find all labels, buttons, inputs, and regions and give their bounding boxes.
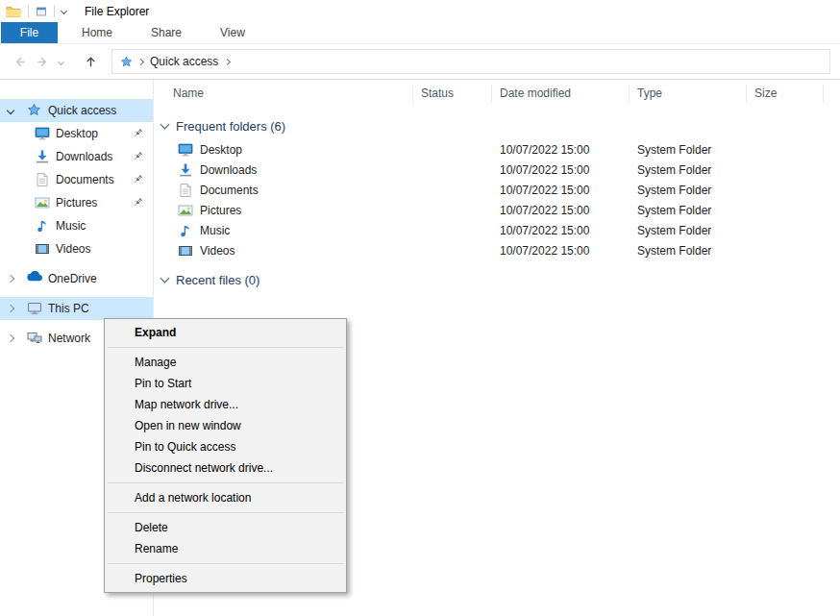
pin-icon (133, 197, 144, 209)
file-name: Downloads (200, 163, 257, 177)
videos-icon (35, 241, 50, 257)
expander-right-icon[interactable] (8, 335, 19, 341)
column-header-size[interactable]: Size (747, 85, 824, 103)
group-collapse-chevron-icon[interactable] (161, 273, 170, 283)
navigation-bar: Quick access (0, 44, 840, 80)
sidebar-item-desktop[interactable]: Desktop (0, 122, 153, 145)
file-row-downloads[interactable]: Downloads 10/07/2022 15:00 System Folder (154, 160, 840, 180)
sidebar-item-label: This PC (48, 302, 89, 315)
up-button[interactable] (79, 50, 102, 73)
qat-properties-icon[interactable] (36, 6, 47, 17)
network-icon (27, 331, 42, 346)
cell-date-modified: 10/07/2022 15:00 (492, 244, 630, 258)
expander-right-icon[interactable] (8, 306, 19, 311)
menu-item-pin-to-start[interactable]: Pin to Start (106, 373, 345, 394)
menu-item-rename[interactable]: Rename (106, 538, 345, 559)
cell-type: System Folder (630, 224, 747, 237)
sidebar-item-quick-access[interactable]: Quick access (0, 99, 153, 122)
context-menu: Expand Manage Pin to Start Map network d… (104, 318, 347, 593)
sidebar-item-music[interactable]: Music (0, 214, 153, 237)
sidebar-item-label: Documents (56, 173, 114, 186)
group-header-label: Recent files (0) (176, 273, 259, 287)
sidebar-item-this-pc[interactable]: This PC (0, 297, 153, 320)
cell-type: System Folder (630, 204, 747, 217)
column-header-date-modified[interactable]: Date modified (492, 85, 630, 103)
menu-item-open-in-new-window[interactable]: Open in new window (106, 415, 345, 436)
menu-item-disconnect-network-drive[interactable]: Disconnect network drive... (106, 457, 345, 479)
menu-separator (108, 512, 343, 513)
sidebar-item-label: Pictures (56, 196, 97, 209)
ribbon-tab-row: File Home Share View (0, 22, 840, 44)
recent-locations-chevron-icon[interactable] (54, 50, 67, 73)
videos-icon (178, 243, 193, 259)
address-bar[interactable]: Quick access (111, 49, 830, 74)
qat-customize-chevron-icon[interactable] (62, 9, 66, 13)
column-header-status[interactable]: Status (413, 85, 492, 103)
qat-separator (54, 5, 55, 17)
title-bar: File Explorer (0, 0, 840, 22)
tab-share[interactable]: Share (136, 22, 196, 43)
breadcrumb-quick-access[interactable]: Quick access (150, 55, 218, 68)
expander-down-icon[interactable] (8, 108, 19, 113)
file-row-videos[interactable]: Videos 10/07/2022 15:00 System Folder (154, 240, 840, 260)
file-name: Pictures (200, 204, 241, 217)
expander-right-icon[interactable] (8, 276, 19, 282)
menu-item-map-network-drive[interactable]: Map network drive... (106, 394, 345, 415)
file-row-music[interactable]: Music 10/07/2022 15:00 System Folder (154, 220, 840, 240)
menu-item-delete[interactable]: Delete (106, 517, 345, 538)
file-row-documents[interactable]: Documents 10/07/2022 15:00 System Folder (154, 180, 840, 200)
quick-access-star-icon (120, 56, 132, 67)
downloads-icon (178, 162, 193, 178)
group-header-frequent-folders[interactable]: Frequent folders (6) (161, 116, 840, 136)
menu-item-add-network-location[interactable]: Add a network location (106, 487, 345, 508)
sidebar-item-downloads[interactable]: Downloads (0, 145, 153, 168)
pin-icon (133, 151, 144, 162)
forward-button[interactable] (31, 50, 54, 73)
file-row-pictures[interactable]: Pictures 10/07/2022 15:00 System Folder (154, 200, 840, 220)
sidebar-item-label: Network (48, 332, 90, 345)
breadcrumb-chevron-icon[interactable] (137, 58, 144, 64)
sidebar-item-label: Downloads (56, 150, 112, 163)
tab-view[interactable]: View (206, 22, 259, 43)
group-header-recent-files[interactable]: Recent files (0) (161, 270, 840, 289)
this-pc-icon (27, 301, 42, 316)
sidebar-item-label: Quick access (48, 104, 116, 117)
music-icon (178, 223, 193, 238)
menu-item-pin-to-quick-access[interactable]: Pin to Quick access (106, 436, 345, 457)
pin-icon (133, 128, 144, 139)
sidebar-item-label: Desktop (56, 127, 98, 140)
cell-date-modified: 10/07/2022 15:00 (492, 224, 630, 237)
tab-home[interactable]: Home (67, 22, 127, 43)
sidebar-item-onedrive[interactable]: OneDrive (0, 267, 153, 290)
sidebar-gap (0, 260, 153, 267)
cell-type: System Folder (630, 143, 747, 157)
back-button[interactable] (8, 50, 31, 73)
quick-access-star-icon (27, 103, 42, 118)
downloads-icon (35, 149, 50, 164)
breadcrumb-chevron-icon[interactable] (224, 58, 231, 64)
column-headers: Name Status Date modified Type Size (154, 80, 840, 107)
sidebar-item-pictures[interactable]: Pictures (0, 191, 153, 214)
sidebar-item-label: Music (56, 219, 86, 233)
column-header-name[interactable]: Name (154, 85, 413, 103)
column-header-type[interactable]: Type (630, 85, 747, 103)
pictures-icon (35, 195, 50, 210)
cell-type: System Folder (630, 184, 747, 197)
cell-date-modified: 10/07/2022 15:00 (492, 204, 630, 217)
sidebar-item-documents[interactable]: Documents (0, 168, 153, 191)
menu-item-expand[interactable]: Expand (106, 322, 345, 343)
cell-type: System Folder (630, 244, 747, 258)
group-collapse-chevron-icon[interactable] (161, 119, 170, 129)
group-header-label: Frequent folders (6) (176, 119, 285, 134)
tab-file[interactable]: File (1, 22, 58, 43)
menu-item-properties[interactable]: Properties (106, 568, 345, 589)
sidebar-item-videos[interactable]: Videos (0, 237, 153, 260)
file-name: Documents (200, 184, 259, 197)
file-row-desktop[interactable]: Desktop 10/07/2022 15:00 System Folder (154, 139, 840, 160)
pin-icon (133, 174, 144, 185)
sidebar-item-label: OneDrive (48, 272, 97, 285)
menu-item-manage[interactable]: Manage (106, 352, 345, 373)
file-name: Desktop (200, 143, 242, 157)
onedrive-cloud-icon (27, 271, 42, 286)
desktop-icon (35, 126, 50, 141)
